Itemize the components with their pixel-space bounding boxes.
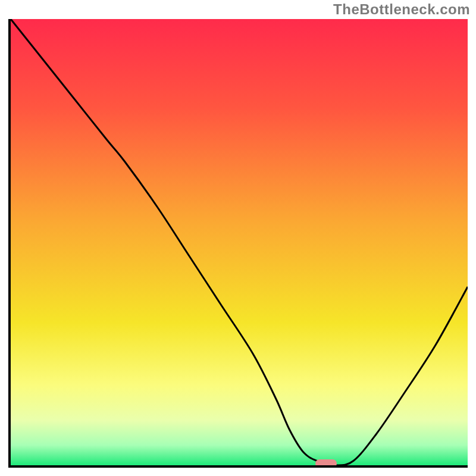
axes-frame <box>8 19 468 468</box>
chart-container: TheBottleneck.com <box>0 0 476 476</box>
watermark-text: TheBottleneck.com <box>333 1 470 18</box>
